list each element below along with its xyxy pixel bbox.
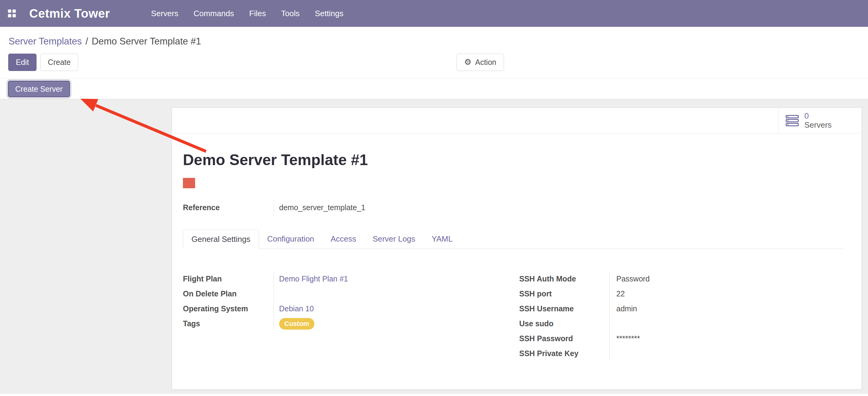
main-menu: Servers Commands Files Tools Settings [143,0,351,27]
reference-field-value: demo_server_template_1 [274,203,366,212]
field-label: Operating System [183,301,274,316]
menu-item-files[interactable]: Files [242,0,274,27]
action-buttons-row: Edit Create ⚙ Action [0,54,868,71]
servers-stat-label: Servers [804,121,832,130]
tab-configuration[interactable]: Configuration [259,230,322,249]
breadcrumb-current: Demo Server Template #1 [92,36,201,47]
field-row-use-sudo: Use sudo [519,316,650,331]
field-label: SSH Password [519,331,610,346]
field-row-ssh-username: SSH Username admin [519,301,650,316]
breadcrumb-parent-link[interactable]: Server Templates [8,36,82,47]
field-row-operating-system: Operating System Debian 10 [183,301,519,316]
tags-field: Custom [274,318,314,330]
ssh-port-value: 22 [610,289,625,298]
gear-icon: ⚙ [464,58,471,66]
field-row-tags: Tags Custom [183,316,519,331]
tab-access[interactable]: Access [322,230,364,249]
ssh-username-value: admin [610,304,637,313]
field-row-on-delete-plan: On Delete Plan [183,286,519,301]
field-row-ssh-auth-mode: SSH Auth Mode Password [519,272,650,286]
statusbar: Create Server [0,79,868,99]
servers-stat-count: 0 [804,112,832,121]
field-label: SSH Username [519,301,610,316]
field-label: Use sudo [519,316,610,331]
ssh-auth-mode-value: Password [610,275,650,283]
flight-plan-link[interactable]: Demo Flight Plan #1 [274,275,348,283]
field-row-ssh-password: SSH Password ******** [519,331,650,346]
menu-item-commands[interactable]: Commands [186,0,242,27]
top-navbar: Cetmix Tower Servers Commands Files Tool… [0,0,868,27]
tab-yaml[interactable]: YAML [423,230,461,249]
reference-field-label: Reference [183,199,274,216]
apps-grid-icon[interactable] [8,9,16,17]
field-label: SSH Private Key [519,346,610,361]
field-label: Flight Plan [183,272,274,286]
form-sheet: 0 Servers Demo Server Template #1 Refere… [172,108,862,390]
create-server-button[interactable]: Create Server [8,81,70,97]
ssh-password-value: ******** [610,334,640,343]
operating-system-link[interactable]: Debian 10 [274,304,314,313]
servers-stat-button[interactable]: 0 Servers [778,108,862,133]
record-title: Demo Server Template #1 [183,151,843,169]
edit-button[interactable]: Edit [8,54,36,71]
notebook-tabs: General Settings Configuration Access Se… [183,230,843,249]
tab-server-logs[interactable]: Server Logs [364,230,423,249]
right-field-group: SSH Auth Mode Password SSH port 22 SSH U… [519,272,650,361]
create-button[interactable]: Create [40,54,78,71]
field-row-ssh-private-key: SSH Private Key [519,346,650,361]
brand-title[interactable]: Cetmix Tower [29,7,110,21]
field-label: On Delete Plan [183,286,274,301]
menu-item-tools[interactable]: Tools [274,0,307,27]
left-field-group: Flight Plan Demo Flight Plan #1 On Delet… [183,272,519,361]
tab-general-settings[interactable]: General Settings [183,230,259,249]
field-groups: Flight Plan Demo Flight Plan #1 On Delet… [183,272,843,361]
menu-item-servers[interactable]: Servers [143,0,186,27]
reference-field-row: Reference demo_server_template_1 [183,199,843,216]
color-field-swatch [183,178,195,188]
menu-item-settings[interactable]: Settings [307,0,351,27]
tag-badge: Custom [279,318,314,330]
field-row-flight-plan: Flight Plan Demo Flight Plan #1 [183,272,519,286]
breadcrumb-separator: / [86,36,88,47]
field-label: SSH Auth Mode [519,272,610,286]
app-window: Cetmix Tower Servers Commands Files Tool… [0,0,868,396]
field-row-ssh-port: SSH port 22 [519,286,650,301]
servers-stat-text: 0 Servers [804,112,832,130]
field-label: Tags [183,316,274,331]
content-area: 0 Servers Demo Server Template #1 Refere… [0,99,868,394]
control-panel: Server Templates / Demo Server Template … [0,27,868,99]
action-dropdown-label: Action [475,58,496,67]
breadcrumb: Server Templates / Demo Server Template … [0,27,868,47]
servers-stack-icon [785,115,799,126]
action-dropdown-button[interactable]: ⚙ Action [457,54,504,71]
sheet-header: 0 Servers [172,108,862,134]
sheet-body: Demo Server Template #1 Reference demo_s… [172,134,862,361]
field-label: SSH port [519,286,610,301]
